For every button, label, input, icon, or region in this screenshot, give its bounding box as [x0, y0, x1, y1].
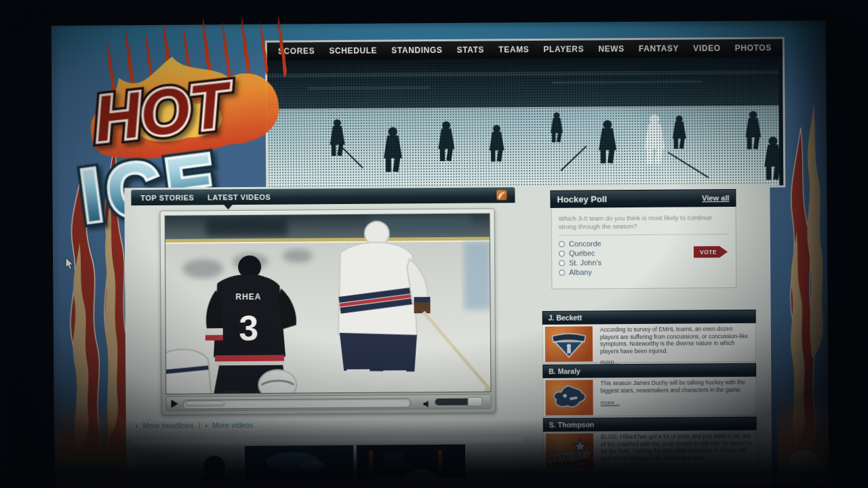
news-item-thompson: S. Thompson PATRIOTS: [543, 417, 757, 474]
news-text: BLOG: Hillard has got a lot of pride and…: [601, 432, 752, 462]
header-block: SCORES SCHEDULE STANDINGS STATS TEAMS PL…: [265, 37, 786, 190]
poll-body: Which 3-0 team do you think is most like…: [551, 207, 737, 289]
seek-handle[interactable]: [185, 401, 224, 406]
video-thumbnail[interactable]: [357, 445, 465, 479]
jersey-name: RHEA: [235, 292, 261, 302]
arrow-bullet-icon: ›: [205, 421, 208, 429]
news-item-beckett: J. Beckett According to survey of EMHL: [542, 310, 757, 363]
more-videos-link[interactable]: More videos: [212, 421, 253, 429]
poll-view-all-link[interactable]: View all: [702, 194, 729, 202]
nav-item-teams[interactable]: TEAMS: [498, 45, 529, 54]
video-thumbnail[interactable]: [245, 445, 353, 480]
sidebar: Hockey Poll View all Which 3-0 team do y…: [541, 189, 762, 190]
nav-item-fantasy[interactable]: FANTASY: [639, 44, 679, 54]
nav-item-news[interactable]: NEWS: [598, 44, 625, 54]
hero-banner-hockey-photo: [267, 56, 783, 188]
tab-top-stories[interactable]: TOP STORIES: [140, 193, 194, 202]
jersey-number: 3: [239, 308, 258, 348]
mouse-cursor: [65, 258, 75, 274]
news-text: According to survey of EMHL teams, an ev…: [600, 325, 751, 355]
seek-bar[interactable]: [182, 398, 410, 409]
nav-item-stats[interactable]: STATS: [456, 45, 484, 55]
poll-radio-concorde[interactable]: [559, 241, 565, 247]
poll-radio-quebec[interactable]: [559, 250, 565, 256]
video-screen[interactable]: RHEA 3: [165, 213, 492, 394]
team-crest-icon: [545, 380, 593, 415]
nav-item-video[interactable]: VIDEO: [693, 43, 720, 53]
stories-tabbar: TOP STORIES LATEST VIDEOS: [131, 187, 515, 205]
news-more-link[interactable]: more...: [600, 399, 619, 406]
speaker-icon[interactable]: [422, 399, 431, 411]
nav-item-players[interactable]: PLAYERS: [543, 45, 584, 54]
nav-item-photos[interactable]: PHOTOS: [735, 43, 772, 53]
play-icon[interactable]: [171, 400, 178, 408]
poll-radio-albany[interactable]: [559, 269, 565, 275]
nav-item-standings[interactable]: STANDINGS: [391, 45, 442, 56]
poll-radio-stjohns[interactable]: [559, 260, 565, 266]
active-tab-pointer: [223, 204, 233, 209]
filmed-monitor-stage: SCORES SCHEDULE STANDINGS STATS TEAMS PL…: [0, 0, 868, 488]
patriots-logo-icon: PATRIOTS: [546, 433, 593, 468]
nav-item-schedule[interactable]: SCHEDULE: [329, 46, 377, 56]
video-thumbnail[interactable]: [133, 446, 241, 481]
arrow-bullet-icon: ›: [136, 422, 138, 430]
poll-divider: [559, 234, 729, 236]
poll-title: Hockey Poll: [557, 194, 607, 205]
rss-icon[interactable]: [496, 190, 507, 200]
poll-option-label[interactable]: Concorde: [569, 239, 601, 247]
video-player: RHEA 3: [160, 208, 496, 415]
more-headlines-link[interactable]: More headlines: [142, 422, 193, 430]
hot-ice-webpage: SCORES SCHEDULE STANDINGS STATS TEAMS PL…: [52, 20, 829, 488]
poll-question: Which 3-0 team do you think is most like…: [559, 214, 729, 231]
news-author: J. Beckett: [549, 314, 583, 322]
news-item-maraly: B. Maraly This season James Duchy will b…: [542, 363, 757, 417]
video-controls: [165, 394, 491, 411]
poll-option-label[interactable]: Albany: [569, 268, 592, 276]
tab-latest-videos[interactable]: LATEST VIDEOS: [208, 192, 271, 201]
poll-option-label[interactable]: Québec: [569, 249, 595, 257]
news-author: B. Maraly: [549, 367, 580, 375]
volume-bar[interactable]: [435, 399, 471, 405]
halftone-texture: [267, 56, 783, 188]
news-text: This season James Duchy will be talking …: [600, 379, 751, 394]
content-panel: TOP STORIES LATEST VIDEOS: [124, 184, 772, 488]
more-links-row: › More headlines | › More videos: [136, 421, 253, 430]
link-separator: |: [199, 421, 201, 429]
news-more-link[interactable]: more...: [601, 466, 620, 472]
patriots-logo-text: PATRIOTS: [549, 451, 591, 463]
news-author: S. Thompson: [549, 420, 595, 428]
team-badge-icon: [545, 326, 593, 361]
poll-option-label[interactable]: St. John's: [569, 258, 601, 266]
volume-handle[interactable]: [467, 397, 482, 407]
poll-header: Hockey Poll View all: [550, 189, 736, 208]
